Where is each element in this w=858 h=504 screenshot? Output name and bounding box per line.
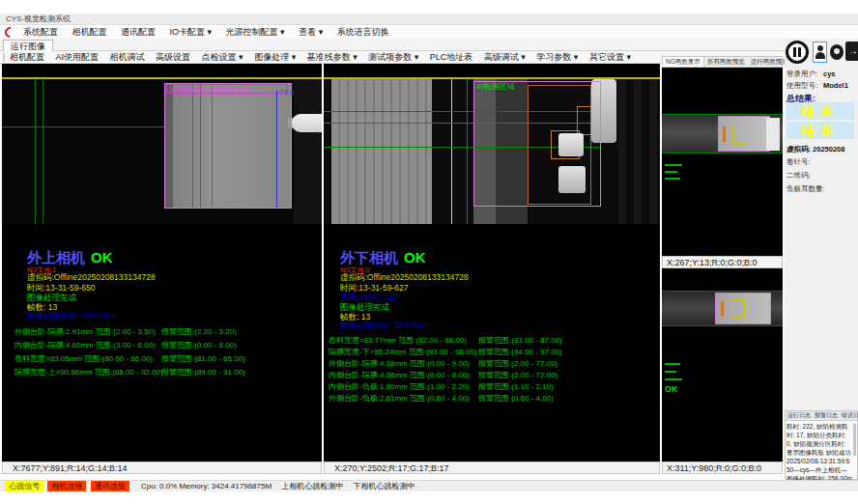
tool-image-processing[interactable]: 图像处理 ▾ bbox=[254, 51, 296, 64]
virtual-code: 虚拟码: 20250208 bbox=[786, 145, 844, 154]
left-green-vline-2 bbox=[43, 79, 43, 224]
pause-button[interactable] bbox=[786, 41, 809, 64]
app-statusbar: 心跳信号 相机连接 通讯连接 Cpu: 0.0% Memory: 3424.41… bbox=[0, 480, 858, 491]
log-text: 耗时: 222, 缺陷检测耗时: 17, 缺陷分类耗时: 0, 缺陷视测分区耗时… bbox=[786, 422, 852, 480]
result-box-2: 结果 bbox=[786, 122, 854, 139]
middle-camera-image[interactable]: AI检测区域 bbox=[324, 79, 660, 224]
tool-ai-config[interactable]: AI使用配置 bbox=[56, 51, 100, 64]
tool-test-params[interactable]: 测试项参数 ▾ bbox=[368, 51, 418, 64]
cell-green-line-1 bbox=[192, 84, 193, 208]
tool-advanced-settings[interactable]: 高级设置 bbox=[156, 51, 190, 64]
measure-value: 外侧台阶-负极:2.61mm 范围:(0.60 - 4.00) bbox=[329, 393, 470, 404]
menu-language-switch[interactable]: 系统语言切换 bbox=[337, 26, 389, 39]
alarm-range: 报警范围:(2.20 - 3.20) bbox=[161, 326, 237, 337]
left-green-vline-1 bbox=[35, 79, 36, 224]
machinery-panel bbox=[331, 79, 432, 224]
thumb-bottom-anno-3 bbox=[665, 378, 682, 380]
settings-round-button[interactable] bbox=[830, 44, 844, 60]
middle-camera-panel: AI检测区域 外下相机OK NG文件:0 虚拟码:Offline20250208… bbox=[324, 64, 660, 462]
thumb-top-orange-mark bbox=[723, 126, 726, 142]
tool-camera-debug[interactable]: 相机调试 bbox=[110, 51, 145, 64]
measure-value: 隔膜宽度-上=90.56mm 范围:(88.00 - 92.00) bbox=[14, 367, 163, 378]
measure-value: 隔膜宽度-下=95.24mm 范围:(93.00 - 98.00) bbox=[329, 347, 477, 357]
menu-camera-config[interactable]: 相机配置 bbox=[72, 26, 107, 39]
bright-blob-1 bbox=[558, 133, 584, 156]
middle-measure-row-4: 内侧台阶-隔膜:4.38mm 范围:(0.00 - 9.00) 报警范围:(2.… bbox=[324, 370, 660, 380]
left-measure-row-1: 外侧台阶-隔膜:2.91mm 范围:(2.00 - 3.50) 报警范围:(2.… bbox=[2, 326, 322, 337]
measure-value: 内侧台阶-隔膜:4.38mm 范围:(0.00 - 9.00) bbox=[329, 370, 470, 380]
tool-other-settings[interactable]: 其它设置 ▾ bbox=[589, 51, 631, 64]
model-value: Model1 bbox=[823, 81, 848, 90]
measure-blue-line bbox=[276, 91, 277, 208]
menu-system-config[interactable]: 系统配置 bbox=[23, 26, 58, 39]
thumb-bottom-green-line-1 bbox=[662, 291, 783, 292]
middle-panel-statusbar: X:270;Y:2502;R:17;G:17;B:17 bbox=[324, 462, 660, 474]
tool-camera-config[interactable]: 相机配置 bbox=[10, 51, 44, 64]
upper-camera-heartbeat-text: 上相机心跳检测中 bbox=[281, 481, 343, 491]
thumb-top-anno-1 bbox=[665, 164, 682, 166]
log-tab-error[interactable]: 错误日志 bbox=[840, 411, 858, 420]
tool-spot-check[interactable]: 点检设置 ▾ bbox=[202, 51, 243, 64]
menu-io-config[interactable]: IO卡配置 ▾ bbox=[170, 26, 213, 39]
thumb-bottom-panel[interactable]: OK bbox=[662, 268, 783, 462]
middle-measure-row-1: 卷料宽度=83.77mm 范围:(82.00 - 88.00) 报警范围:(83… bbox=[324, 335, 660, 346]
app-logo-icon bbox=[3, 25, 17, 40]
threshold-overlay-label: 计算阈值:93, 动态阈值:100 bbox=[166, 84, 288, 94]
menu-view[interactable]: 查看 ▾ bbox=[299, 26, 323, 39]
measure-value: 卷料宽度=83.05mm 范围:(80.00 - 86.00) bbox=[14, 353, 153, 364]
measure-value: 外侧台阶-隔膜:2.91mm 范围:(2.00 - 3.50) bbox=[14, 326, 156, 337]
ai-area-label: AI检测区域 bbox=[476, 81, 515, 92]
tool-baseline-params[interactable]: 基准线参数 ▾ bbox=[307, 51, 358, 64]
thumb-top-anno-3 bbox=[665, 178, 680, 180]
tab-row: 运行图像 bbox=[0, 39, 858, 51]
tool-advanced-debug[interactable]: 高级调试 ▾ bbox=[484, 51, 526, 64]
thumb-bottom-yellow-rect bbox=[731, 299, 745, 318]
log-tab-alarm[interactable]: 报警日志 bbox=[813, 411, 840, 420]
bright-vline bbox=[451, 79, 452, 224]
user-login-button[interactable] bbox=[813, 42, 827, 63]
alarm-range: 报警范围:(2.00 - 77.00) bbox=[478, 370, 558, 380]
thumb-top-statusbar: X:267;Y:13;R:0;G:0;B:0 bbox=[662, 256, 783, 268]
login-user-label: 登录用户: bbox=[786, 70, 817, 79]
measure-value: 内侧台阶-负极:1.90mm 范围:(1.00 - 2.20) bbox=[329, 381, 470, 392]
window-titlebar: CYS-视觉检测系统 bbox=[0, 14, 858, 25]
alarm-range: 报警范围:(0.60 - 4.00) bbox=[478, 393, 554, 404]
thumb-bottom-part bbox=[715, 293, 771, 324]
cell-green-line-2 bbox=[200, 84, 201, 208]
tab-all-preview[interactable]: 所有画面预览 bbox=[704, 57, 748, 67]
middle-camera-result: OK bbox=[404, 249, 426, 266]
log-tab-run[interactable]: 运行日志 bbox=[786, 411, 813, 420]
comm-link-badge: 通讯连接 bbox=[91, 481, 129, 491]
left-elapsed: 图像处理耗时: 258.00ms bbox=[27, 311, 117, 322]
middle-camera-name: 外下相机 bbox=[340, 249, 398, 266]
thumb-bottom-orange-mark bbox=[721, 301, 724, 316]
middle-measure-row-6: 外侧台阶-负极:2.61mm 范围:(0.60 - 4.00) 报警范围:(0.… bbox=[324, 393, 660, 404]
menu-comm-config[interactable]: 通讯配置 bbox=[121, 26, 156, 39]
gripper-arm bbox=[292, 114, 322, 132]
middle-measure-row-3: 外侧台阶-隔膜:4.38mm 范围:(0.00 - 9.00) 报警范围:(2.… bbox=[324, 358, 660, 369]
left-green-hline bbox=[2, 126, 164, 127]
log-scrollbar[interactable] bbox=[853, 423, 856, 456]
tool-learning-params[interactable]: 学习参数 ▾ bbox=[536, 51, 578, 64]
thumb-bottom-ok-label: OK bbox=[665, 384, 678, 394]
login-user-value: cys bbox=[823, 70, 836, 78]
left-measure-row-2: 内侧台阶-隔膜:4.60mm 范围:(3.00 - 6.00) 报警范围:(0.… bbox=[2, 340, 322, 350]
alarm-range: 报警范围:(89.00 - 91.00) bbox=[161, 367, 245, 378]
tool-plc-address[interactable]: PLC地址表 bbox=[430, 51, 473, 64]
tab-ng-display[interactable]: NG画面显示 bbox=[663, 57, 704, 67]
measure-value: 外侧台阶-隔膜:4.38mm 范围:(0.00 - 9.00) bbox=[329, 358, 470, 369]
toolbar-grip[interactable] bbox=[3, 53, 5, 62]
thumb-bottom-statusbar: X:311;Y:980;R:0;G:0;B:0 bbox=[662, 462, 783, 474]
result-box-1: 结果 bbox=[786, 102, 854, 120]
exit-button[interactable]: → bbox=[845, 42, 858, 61]
alarm-range: 报警范围:(2.00 - 77.00) bbox=[478, 358, 558, 369]
measure-value: 卷料宽度=83.77mm 范围:(82.00 - 88.00) bbox=[329, 335, 467, 346]
middle-measure-row-2: 隔膜宽度-下=95.24mm 范围:(93.00 - 98.00) 报警范围:(… bbox=[324, 347, 660, 357]
window-title: CYS-视觉检测系统 bbox=[6, 14, 71, 23]
thumb-top-panel[interactable] bbox=[662, 68, 783, 256]
qr-code-label: 二维码: bbox=[786, 171, 811, 181]
middle-elapsed: 图像处理耗时: 163.00ms bbox=[340, 321, 430, 332]
left-camera-image[interactable]: 计算阈值:93, 动态阈值:100 73.66 bbox=[2, 79, 322, 224]
alarm-range: 报警范围:(94.00 - 97.00) bbox=[478, 347, 562, 357]
menu-light-config[interactable]: 光源控制配置 ▾ bbox=[226, 26, 285, 39]
